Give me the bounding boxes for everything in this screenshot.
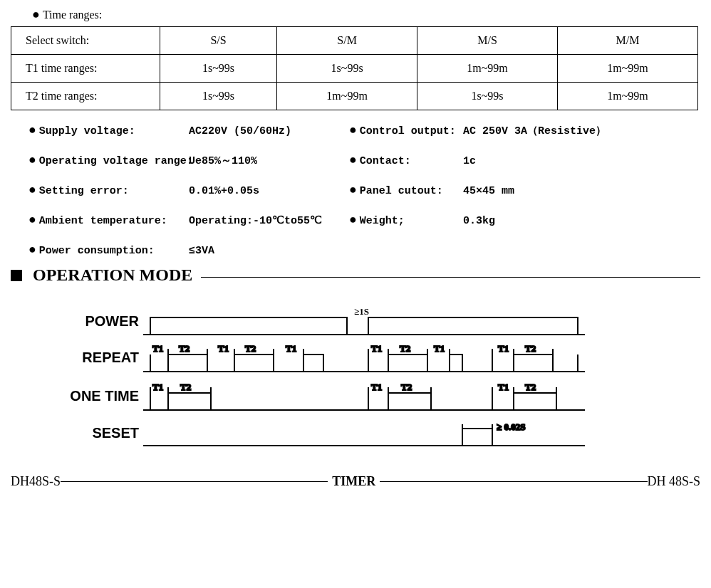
weight-value: 0.3kg bbox=[463, 215, 700, 227]
svg-rect-41 bbox=[168, 393, 211, 410]
control-output-label: ●Control output: bbox=[349, 123, 463, 137]
operation-mode-header: OPERATION MODE bbox=[11, 266, 700, 285]
table-cell: 1m~99m bbox=[558, 83, 698, 110]
panel-cutout-value: 45×45 mm bbox=[463, 185, 700, 197]
svg-rect-15 bbox=[234, 355, 274, 372]
svg-text:T1: T1 bbox=[218, 343, 229, 354]
table-row: T2 time ranges: 1s~99s 1m~99m 1s~99s 1m~… bbox=[11, 83, 698, 110]
footer-left: DH48S-S bbox=[11, 474, 61, 489]
svg-text:T2: T2 bbox=[525, 382, 536, 392]
specs-grid: ●Supply voltage: AC220V (50/60Hz) ●Contr… bbox=[28, 123, 700, 257]
panel-cutout-label: ●Panel cutout: bbox=[349, 183, 463, 197]
table-cell: Select switch: bbox=[11, 27, 160, 55]
svg-text:T1: T1 bbox=[371, 382, 382, 392]
one-time-label: ONE TIME bbox=[53, 388, 143, 404]
table-cell: 1s~99s bbox=[160, 83, 277, 110]
repeat-waveform: T1 T2 T1 T2 T1 T1 bbox=[143, 340, 585, 374]
square-icon bbox=[11, 270, 22, 281]
footer-center: TIMER bbox=[332, 474, 375, 489]
repeat-label: REPEAT bbox=[53, 350, 143, 366]
time-ranges-text: Time ranges: bbox=[43, 9, 102, 21]
table-cell: S/M bbox=[277, 27, 417, 55]
ambient-temp-value: Operating:-10℃to55℃ bbox=[189, 214, 349, 227]
one-time-row: ONE TIME T1 T2 T1 T2 T1 T2 bbox=[53, 379, 700, 413]
table-cell: M/M bbox=[558, 27, 698, 55]
table-cell: 1m~99m bbox=[417, 55, 558, 83]
table-cell: S/S bbox=[160, 27, 277, 55]
svg-rect-47 bbox=[388, 393, 431, 410]
gte1s-label: ≥1S bbox=[354, 306, 369, 317]
table-cell: 1s~99s bbox=[277, 55, 417, 83]
time-ranges-table: Select switch: S/S S/M M/S M/M T1 time r… bbox=[11, 26, 698, 110]
svg-rect-53 bbox=[514, 393, 556, 410]
svg-rect-24 bbox=[388, 355, 427, 372]
svg-rect-20 bbox=[303, 355, 323, 372]
svg-text:T1: T1 bbox=[286, 343, 296, 354]
repeat-row: REPEAT T1 T2 T1 T2 T1 bbox=[53, 340, 700, 374]
ambient-temp-label: ●Ambient temperature: bbox=[28, 213, 189, 227]
contact-label: ●Contact: bbox=[349, 153, 463, 167]
svg-text:T1: T1 bbox=[498, 343, 509, 354]
seset-waveform: ≥ 0.02S bbox=[143, 417, 585, 448]
svg-rect-1 bbox=[150, 317, 347, 335]
table-cell: 1s~99s bbox=[160, 55, 277, 83]
svg-rect-4 bbox=[368, 317, 578, 335]
power-row: POWER ≥1S bbox=[53, 306, 700, 336]
svg-text:T2: T2 bbox=[180, 382, 191, 392]
seset-label: SESET bbox=[53, 425, 143, 441]
timing-diagram: POWER ≥1S REPEAT T1 bbox=[53, 306, 700, 448]
svg-rect-58 bbox=[462, 429, 492, 446]
svg-text:T1: T1 bbox=[498, 382, 509, 392]
op-voltage-range-value: Ue85%～110% bbox=[189, 154, 349, 167]
table-cell: M/S bbox=[417, 27, 558, 55]
seset-row: SESET ≥ 0.02S bbox=[53, 417, 700, 448]
power-label: POWER bbox=[53, 313, 143, 330]
supply-voltage-value: AC220V (50/60Hz) bbox=[189, 125, 349, 137]
table-row: T1 time ranges: 1s~99s 1s~99s 1m~99m 1m~… bbox=[11, 55, 698, 83]
power-consumption-label: ●Power consumption: bbox=[28, 243, 189, 257]
operation-mode-title: OPERATION MODE bbox=[33, 266, 192, 285]
svg-text:T1: T1 bbox=[152, 343, 163, 354]
footer-right: DH 48S-S bbox=[648, 474, 701, 489]
power-consumption-value: ≤3VA bbox=[189, 245, 349, 257]
time-ranges-heading: ●Time ranges: bbox=[32, 7, 700, 22]
gte002s-label: ≥ 0.02S bbox=[497, 421, 525, 432]
weight-label: ●Weight; bbox=[349, 213, 463, 227]
svg-rect-29 bbox=[450, 355, 462, 372]
svg-text:T2: T2 bbox=[400, 343, 410, 354]
svg-text:T2: T2 bbox=[245, 343, 256, 354]
power-waveform: ≥1S bbox=[143, 306, 585, 336]
table-cell: 1m~99m bbox=[558, 55, 698, 83]
svg-text:T2: T2 bbox=[525, 343, 536, 354]
control-output-value: AC 250V 3A（Resistive） bbox=[463, 124, 700, 137]
footer-line bbox=[380, 481, 647, 482]
contact-value: 1c bbox=[463, 155, 700, 167]
setting-error-value: 0.01%+0.05s bbox=[189, 185, 349, 197]
table-cell: 1s~99s bbox=[417, 83, 558, 110]
one-time-waveform: T1 T2 T1 T2 T1 T2 bbox=[143, 379, 585, 413]
setting-error-label: ●Setting error: bbox=[28, 183, 189, 197]
svg-text:T2: T2 bbox=[401, 382, 412, 392]
table-cell: 1m~99m bbox=[277, 83, 417, 110]
svg-text:T1: T1 bbox=[371, 343, 382, 354]
svg-rect-10 bbox=[168, 355, 207, 372]
table-row: Select switch: S/S S/M M/S M/M bbox=[11, 27, 698, 55]
svg-text:T2: T2 bbox=[179, 343, 190, 354]
table-cell: T1 time ranges: bbox=[11, 55, 160, 83]
page-footer: DH48S-S TIMER DH 48S-S bbox=[11, 474, 700, 489]
table-cell: T2 time ranges: bbox=[11, 83, 160, 110]
op-voltage-range-label: ●Operating voltage range: bbox=[28, 153, 189, 167]
supply-voltage-label: ●Supply voltage: bbox=[28, 123, 189, 137]
svg-rect-33 bbox=[514, 355, 553, 372]
svg-text:T1: T1 bbox=[152, 382, 163, 392]
header-line bbox=[201, 277, 700, 278]
bullet-icon: ● bbox=[32, 7, 40, 21]
footer-line bbox=[61, 481, 328, 482]
svg-text:T1: T1 bbox=[434, 343, 445, 354]
